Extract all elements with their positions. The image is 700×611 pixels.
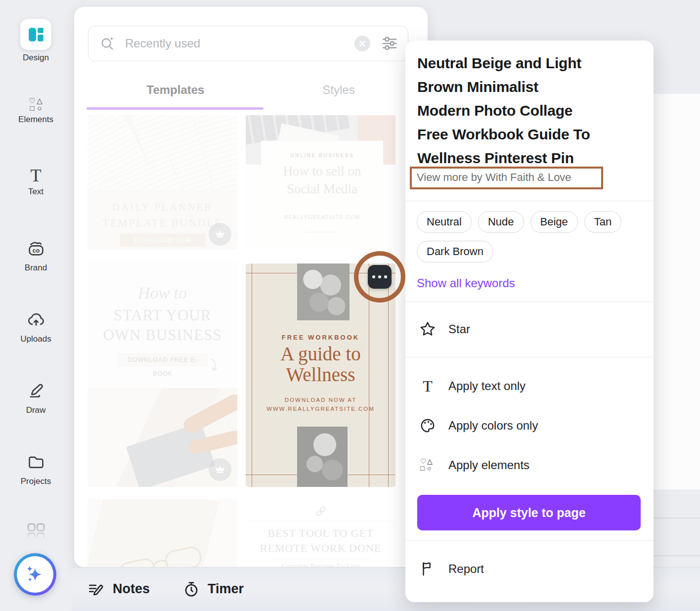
menu-item-label: Apply colors only bbox=[448, 419, 538, 433]
notes-button[interactable]: Notes bbox=[88, 567, 150, 611]
template-card-remote-work[interactable]: BEST TOOL TO GET REMOTE WORK DONE Comple… bbox=[246, 499, 395, 567]
popup-title: Neutral Beige and Light bbox=[417, 51, 644, 75]
sidebar-item-brand[interactable]: co Brand bbox=[0, 239, 72, 273]
search-input[interactable] bbox=[124, 36, 354, 51]
keyword-pill[interactable]: Beige bbox=[530, 211, 578, 233]
sidebar-item-label: Draw bbox=[0, 405, 72, 415]
card-photo-flowers-bottom bbox=[297, 427, 348, 487]
svg-text:co: co bbox=[32, 247, 40, 254]
menu-item-label: Apply elements bbox=[448, 458, 529, 472]
filter-icon[interactable] bbox=[380, 34, 399, 53]
card-title: How to sell on bbox=[261, 164, 383, 179]
brand-kit-icon: co bbox=[27, 239, 45, 258]
sidebar-item-label: Brand bbox=[0, 263, 72, 273]
canvas-divider bbox=[654, 555, 700, 556]
card-title: REMOTE WORK DONE bbox=[246, 542, 395, 555]
menu-item-report[interactable]: Report bbox=[405, 555, 654, 583]
card-title: OWN BUSINESS bbox=[88, 326, 237, 344]
card-kicker: ONLINE BUSINESS bbox=[261, 153, 383, 158]
notes-icon bbox=[88, 580, 105, 598]
sidebar-item-label: Elements bbox=[0, 115, 72, 125]
folder-icon bbox=[27, 453, 45, 472]
search-icon bbox=[99, 35, 116, 52]
sidebar-item-text[interactable]: T Text bbox=[0, 167, 72, 197]
notes-label: Notes bbox=[113, 581, 150, 597]
divider bbox=[405, 201, 654, 201]
card-footer: DOWNLOAD NOW AT bbox=[246, 397, 395, 403]
timer-label: Timer bbox=[208, 581, 244, 597]
sidebar: Design ♡△□○ Elements T Text co Brand bbox=[0, 0, 72, 611]
pro-crown-icon bbox=[209, 458, 231, 481]
card-subtitle: Complete Business Package bbox=[246, 563, 395, 567]
show-all-keywords-link[interactable]: Show all keywords bbox=[417, 276, 515, 290]
divider bbox=[405, 357, 654, 357]
sidebar-item-elements[interactable]: ♡△□○ Elements bbox=[0, 97, 72, 125]
template-options-popup: Neutral Beige and Light Brown Minimalist… bbox=[405, 41, 654, 602]
card-title: A guide to bbox=[246, 343, 395, 365]
divider bbox=[405, 302, 654, 302]
clear-search-icon[interactable] bbox=[354, 36, 370, 51]
search-bar[interactable] bbox=[88, 26, 408, 61]
apps-icon bbox=[26, 522, 46, 542]
menu-item-apply-text[interactable]: T Apply text only bbox=[405, 372, 654, 400]
sidebar-item-draw[interactable]: Draw bbox=[0, 382, 72, 415]
menu-item-label: Report bbox=[448, 562, 484, 576]
text-T-icon: T bbox=[31, 167, 42, 184]
timer-button[interactable]: Timer bbox=[182, 567, 244, 611]
tab-styles[interactable]: Styles bbox=[292, 83, 386, 97]
sparkles-icon bbox=[17, 556, 53, 593]
card-title: DAILY PLANNER bbox=[88, 201, 237, 214]
sidebar-item-label: Uploads bbox=[0, 334, 72, 344]
template-card-social-media[interactable]: ONLINE BUSINESS How to sell on Social Me… bbox=[246, 115, 395, 250]
popup-title: Free Workbook Guide To bbox=[417, 123, 644, 146]
menu-item-star[interactable]: Star bbox=[405, 315, 654, 343]
card-title: Social Media bbox=[261, 181, 383, 197]
curved-arrow-icon bbox=[209, 358, 221, 373]
card-site: REALLYGREATSITE.COM bbox=[261, 214, 383, 220]
card-kicker: FREE WORKBOOK bbox=[246, 334, 395, 341]
card-photo-flowers-top bbox=[297, 263, 350, 320]
popup-title: Modern Photo Collage bbox=[417, 99, 644, 123]
shapes-icon: ♡△□○ bbox=[419, 458, 437, 472]
pro-crown-icon bbox=[209, 223, 231, 246]
assistant-button[interactable] bbox=[14, 553, 56, 596]
sidebar-item-label: Design bbox=[0, 53, 72, 63]
card-script: How to bbox=[88, 284, 237, 303]
sidebar-item-uploads[interactable]: Uploads bbox=[0, 310, 72, 344]
apply-style-to-page-button[interactable]: Apply style to page bbox=[417, 495, 641, 530]
card-cta: DOWNLOAD NOW bbox=[120, 234, 205, 247]
keyword-pill[interactable]: Dark Brown bbox=[417, 241, 493, 262]
palette-icon bbox=[419, 417, 437, 435]
keyword-pill[interactable]: Neutral bbox=[417, 211, 472, 233]
cloud-upload-icon bbox=[27, 310, 45, 329]
card-cta: DOWNLOAD FREE E-BOOK bbox=[118, 353, 208, 367]
pen-icon bbox=[27, 382, 45, 400]
template-card-start-business[interactable]: How to START YOUR OWN BUSINESS DOWNLOAD … bbox=[88, 261, 237, 487]
menu-item-label: Apply text only bbox=[448, 379, 525, 393]
tab-templates[interactable]: Templates bbox=[129, 83, 222, 97]
design-logo-icon bbox=[20, 19, 51, 50]
divider bbox=[405, 540, 654, 541]
text-T-icon: T bbox=[419, 378, 437, 394]
menu-item-apply-elements[interactable]: ♡△□○ Apply elements bbox=[405, 451, 654, 479]
template-card-daily-planner[interactable]: DAILY PLANNER TEMPLATE BUNDLE DOWNLOAD N… bbox=[88, 115, 237, 250]
card-footer: WWW.REALLYGREATSITE.COM bbox=[246, 406, 395, 412]
keyword-pills: Neutral Nude Beige Tan Dark Brown bbox=[417, 211, 645, 262]
chain-link-icon bbox=[314, 504, 328, 518]
active-tab-underline bbox=[87, 107, 263, 110]
menu-item-apply-colors[interactable]: Apply colors only bbox=[405, 412, 654, 439]
card-title: BEST TOOL TO GET bbox=[246, 527, 395, 540]
annotation-circle-more-button bbox=[354, 251, 405, 303]
menu-item-label: Star bbox=[448, 322, 470, 336]
sidebar-item-projects[interactable]: Projects bbox=[0, 453, 72, 486]
flag-icon bbox=[419, 560, 437, 578]
keyword-pill[interactable]: Nude bbox=[478, 211, 524, 233]
sidebar-item-label: Text bbox=[0, 187, 72, 197]
keyword-pill[interactable]: Tan bbox=[584, 211, 621, 233]
card-title: START YOUR bbox=[88, 306, 237, 324]
glasses-shape bbox=[113, 537, 212, 567]
popup-title: Brown Minimalist bbox=[417, 75, 644, 99]
template-card-glasses-photo[interactable] bbox=[88, 499, 237, 567]
timer-icon bbox=[182, 580, 200, 598]
sidebar-item-design[interactable]: Design bbox=[0, 19, 72, 63]
